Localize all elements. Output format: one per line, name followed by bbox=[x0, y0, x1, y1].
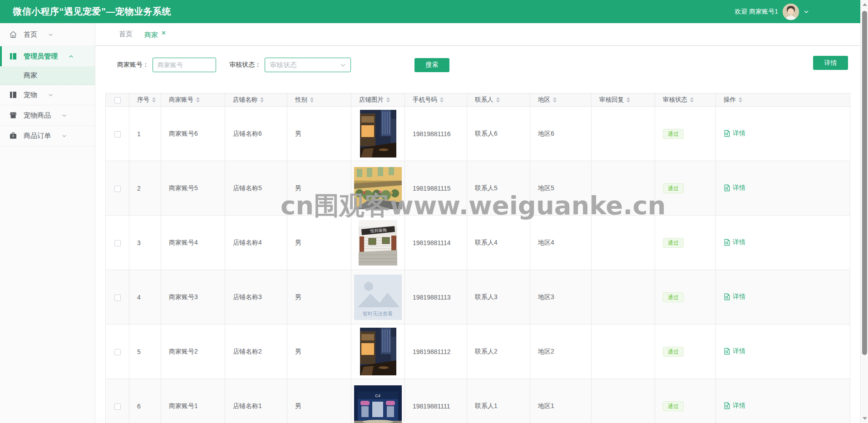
cell-gender: 男 bbox=[287, 325, 351, 379]
sidebar-item-label: 管理员管理 bbox=[24, 52, 58, 61]
row-checkbox[interactable] bbox=[114, 295, 121, 301]
sidebar-subitem-merchant[interactable]: 商家 bbox=[0, 67, 95, 85]
user-menu-chevron-down-icon[interactable] bbox=[804, 9, 809, 15]
column-header-3[interactable]: 性别 bbox=[287, 93, 351, 107]
document-icon bbox=[724, 239, 730, 246]
svg-text:暂时无法查看: 暂时无法查看 bbox=[363, 311, 393, 316]
cell-phone: 19819881113 bbox=[405, 270, 467, 325]
sidebar-item-pet-products[interactable]: 宠物商品 bbox=[0, 105, 95, 126]
row-checkbox[interactable] bbox=[114, 240, 121, 246]
sidebar-item-home[interactable]: 首页 bbox=[0, 23, 95, 46]
select-all-checkbox[interactable] bbox=[114, 97, 121, 103]
column-header-2[interactable]: 店铺名称 bbox=[225, 93, 287, 107]
home-icon bbox=[9, 30, 17, 39]
page-scrollbar[interactable] bbox=[860, 0, 868, 423]
detail-link-label: 详情 bbox=[733, 129, 745, 138]
cell-shop-image: C4 bbox=[351, 379, 405, 423]
sort-icon[interactable] bbox=[196, 97, 200, 103]
sort-icon[interactable] bbox=[260, 97, 264, 103]
welcome-text: 欢迎 商家账号1 bbox=[735, 8, 778, 16]
user-avatar[interactable] bbox=[783, 4, 799, 20]
scrollbar-thumb[interactable] bbox=[862, 11, 867, 355]
cell-gender: 男 bbox=[287, 379, 351, 423]
status-filter-select[interactable]: 审核状态 bbox=[265, 58, 351, 72]
cell-contact: 联系人6 bbox=[467, 107, 530, 161]
status-badge: 通过 bbox=[663, 347, 684, 357]
cell-audit-status: 通过 bbox=[655, 107, 716, 161]
cell-region: 地区1 bbox=[530, 379, 592, 423]
sort-icon[interactable] bbox=[310, 97, 314, 103]
scrollbar-up-arrow[interactable] bbox=[863, 3, 867, 6]
cell-actions: 详情 bbox=[716, 107, 850, 161]
sort-icon[interactable] bbox=[626, 97, 630, 103]
column-header-9[interactable]: 审核状态 bbox=[655, 93, 716, 107]
table-row: 3 商家账号4 店铺名称4 男 恒邦装饰 19819881114 联系人4 地区… bbox=[106, 216, 850, 270]
shop-photo: 恒邦装饰 bbox=[359, 220, 397, 266]
sort-icon[interactable] bbox=[739, 97, 742, 103]
chevron-down-icon bbox=[48, 93, 53, 98]
table-row: 5 商家账号2 店铺名称2 男 19819881112 联系人2 地区2 通过 … bbox=[106, 325, 850, 379]
cell-shop-name: 店铺名称2 bbox=[225, 325, 287, 379]
tab-home[interactable]: 首页 bbox=[119, 30, 133, 39]
scrollbar-down-arrow[interactable] bbox=[863, 417, 867, 420]
admin-management-icon bbox=[9, 52, 17, 60]
chevron-up-icon bbox=[69, 54, 74, 59]
chevron-down-icon bbox=[62, 133, 67, 138]
status-badge: 通过 bbox=[663, 238, 684, 248]
column-header-6[interactable]: 联系人 bbox=[467, 93, 530, 107]
sort-icon[interactable] bbox=[386, 97, 390, 103]
cell-contact: 联系人5 bbox=[467, 161, 530, 216]
account-filter-input[interactable] bbox=[153, 58, 216, 72]
cell-shop-image: 暂时无法查看 bbox=[351, 270, 405, 325]
document-icon bbox=[724, 184, 730, 192]
row-checkbox[interactable] bbox=[114, 349, 121, 355]
tab-close-icon[interactable]: ✕ bbox=[161, 30, 166, 36]
column-header-4[interactable]: 店铺图片 bbox=[351, 93, 405, 107]
sidebar-item-admin-management[interactable]: 管理员管理 bbox=[0, 46, 95, 67]
cell-phone: 19819881114 bbox=[405, 216, 467, 270]
sort-icon[interactable] bbox=[496, 97, 500, 103]
column-header-10[interactable]: 操作 bbox=[716, 93, 850, 107]
column-label: 商家账号 bbox=[169, 96, 193, 104]
column-header-8[interactable]: 审核回复 bbox=[592, 93, 655, 107]
cell-seq: 6 bbox=[129, 379, 161, 423]
row-select-cell bbox=[106, 161, 129, 216]
user-area[interactable]: 欢迎 商家账号1 bbox=[735, 4, 809, 20]
search-button[interactable]: 搜索 bbox=[414, 58, 449, 72]
sort-icon[interactable] bbox=[152, 97, 156, 103]
column-label: 地区 bbox=[538, 96, 550, 104]
cell-shop-name: 店铺名称5 bbox=[225, 161, 287, 216]
cell-audit-status: 通过 bbox=[655, 325, 716, 379]
sidebar-item-product-orders[interactable]: 商品订单 bbox=[0, 126, 95, 146]
column-header-0[interactable]: 序号 bbox=[129, 93, 161, 107]
cell-merchant-account: 商家账号3 bbox=[161, 270, 225, 325]
row-detail-link[interactable]: 详情 bbox=[724, 347, 745, 355]
sort-icon[interactable] bbox=[553, 97, 557, 103]
row-select-cell bbox=[106, 216, 129, 270]
top-detail-button[interactable]: 详情 bbox=[813, 56, 848, 70]
cell-phone: 19819881116 bbox=[405, 107, 467, 161]
column-label: 店铺名称 bbox=[233, 96, 257, 104]
app-title: 微信小程序“遇见宠爱”—宠物业务系统 bbox=[13, 5, 171, 18]
row-detail-link[interactable]: 详情 bbox=[724, 184, 745, 192]
sort-icon[interactable] bbox=[690, 97, 694, 103]
tab-bar: 首页 商家✕ bbox=[95, 23, 860, 46]
column-header-7[interactable]: 地区 bbox=[530, 93, 592, 107]
sidebar-item-pets[interactable]: 宠物 bbox=[0, 85, 95, 105]
tab-merchant[interactable]: 商家✕ bbox=[144, 30, 166, 39]
row-checkbox[interactable] bbox=[114, 403, 121, 410]
cell-actions: 详情 bbox=[716, 325, 850, 379]
sort-icon[interactable] bbox=[440, 97, 444, 103]
column-header-1[interactable]: 商家账号 bbox=[161, 93, 225, 107]
shop-photo bbox=[360, 110, 396, 157]
row-checkbox[interactable] bbox=[114, 186, 121, 192]
row-detail-link[interactable]: 详情 bbox=[724, 402, 745, 410]
row-select-cell bbox=[106, 107, 129, 161]
row-checkbox[interactable] bbox=[114, 131, 121, 138]
column-label: 序号 bbox=[137, 96, 149, 104]
row-detail-link[interactable]: 详情 bbox=[724, 293, 745, 301]
row-detail-link[interactable]: 详情 bbox=[724, 238, 745, 246]
column-header-5[interactable]: 手机号码 bbox=[405, 93, 467, 107]
svg-text:C4: C4 bbox=[375, 393, 380, 398]
row-detail-link[interactable]: 详情 bbox=[724, 129, 745, 138]
